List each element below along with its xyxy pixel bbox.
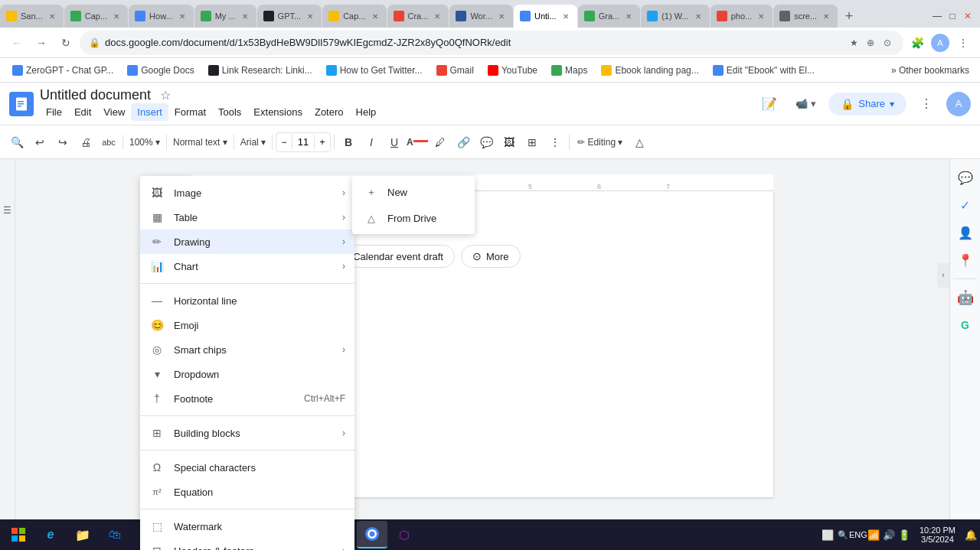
user-avatar[interactable]: A (946, 92, 971, 116)
taskbar-store[interactable]: 🛍 (100, 521, 130, 548)
new-tab-button[interactable]: + (838, 5, 860, 27)
bookmark-googledocs[interactable]: Google Docs (121, 63, 200, 78)
insert-table-item[interactable]: ▦ Table › (140, 205, 354, 229)
print-button[interactable]: 🖨 (75, 132, 96, 153)
url-bar[interactable]: 🔒 docs.google.com/document/d/1x53BydHeBW… (80, 31, 903, 55)
bold-button[interactable]: B (338, 132, 359, 153)
browser-tab-7[interactable]: Cra... ✕ (387, 5, 449, 28)
browser-tab-12[interactable]: pho... ✕ (710, 5, 773, 28)
menu-file[interactable]: File (40, 103, 68, 121)
start-button[interactable] (3, 521, 34, 548)
insert-footnote-item[interactable]: † Footnote Ctrl+Alt+F (140, 386, 354, 411)
insert-watermark-item[interactable]: ⬚ Watermark (140, 514, 354, 539)
menu-view[interactable]: View (97, 103, 131, 121)
bookmark-ebook[interactable]: Ebook landing pag... (595, 63, 704, 78)
browser-tab-10[interactable]: Gra... ✕ (578, 5, 641, 28)
robot-sidebar-button[interactable]: 🤖 (953, 285, 978, 310)
bookmark-zerogpt[interactable]: ZeroGPT - Chat GP... (6, 63, 119, 78)
more-options-button[interactable]: ⋮ (913, 90, 940, 118)
menu-extensions[interactable]: Extensions (247, 103, 309, 121)
browser-tab-5[interactable]: GPT... ✕ (257, 5, 322, 28)
insert-drawing-item[interactable]: ✏ Drawing › (140, 229, 354, 254)
collapse-toolbar-button[interactable]: △ (629, 132, 650, 153)
extensions-button[interactable]: 🧩 (906, 32, 928, 54)
menu-edit[interactable]: Edit (68, 103, 97, 121)
minimize-button[interactable]: — (931, 10, 943, 22)
search-toolbar-button[interactable]: 🔍 (6, 132, 28, 153)
tab-close-2[interactable]: ✕ (111, 11, 122, 21)
editing-mode-button[interactable]: ✏ Editing ▾ (573, 132, 627, 153)
menu-tools[interactable]: Tools (212, 103, 247, 121)
share-button[interactable]: 🔒 Share ▾ (828, 93, 906, 116)
collapse-sidebar-button[interactable]: › (937, 263, 949, 288)
drawing-new-item[interactable]: + New (352, 179, 475, 205)
insert-headers-footers-item[interactable]: ⊟ Headers & footers › (140, 539, 354, 550)
tab-close-7[interactable]: ✕ (432, 11, 443, 21)
browser-tab-4[interactable]: My ... ✕ (194, 5, 256, 28)
browser-tab-9[interactable]: Unti... ✕ (514, 5, 577, 28)
tab-close-9[interactable]: ✕ (560, 11, 571, 21)
taskbar-battery[interactable]: 🔋 (898, 529, 910, 541)
bookmark-linkresearch[interactable]: Link Research: Linki... (202, 63, 318, 78)
browser-tab-1[interactable]: San... ✕ (0, 5, 64, 28)
more-toolbar-button[interactable]: ⋮ (544, 132, 566, 153)
menu-help[interactable]: Help (350, 103, 383, 121)
font-size-increase[interactable]: + (315, 133, 330, 151)
insert-equation-item[interactable]: π² Equation (140, 480, 354, 504)
insert-chart-item[interactable]: 📊 Chart › (140, 254, 354, 278)
undo-button[interactable]: ↩ (29, 132, 51, 153)
docs-star-button[interactable]: ☆ (160, 88, 171, 103)
font-size-value[interactable]: 11 (292, 135, 315, 149)
maximize-button[interactable]: □ (946, 10, 959, 22)
comments-sidebar-button[interactable]: 💬 (953, 165, 978, 190)
taskbar-language[interactable]: ENG (852, 529, 864, 541)
back-button[interactable]: ← (6, 32, 28, 54)
taskbar-notifications[interactable]: 🔔 (965, 529, 977, 541)
zoom-icon[interactable]: ⊙ (880, 36, 894, 50)
browser-tab-11[interactable]: (1) W... ✕ (641, 5, 709, 28)
docs-title[interactable]: Untitled document (40, 87, 151, 103)
taskbar-chrome[interactable] (357, 521, 387, 548)
last-edit-button[interactable]: 📝 (756, 90, 783, 118)
tab-close-8[interactable]: ✕ (496, 11, 507, 21)
forward-button[interactable]: → (31, 32, 52, 54)
menu-format[interactable]: Format (168, 103, 212, 121)
menu-insert[interactable]: Insert (131, 103, 168, 121)
browser-tab-3[interactable]: How... ✕ (129, 5, 194, 28)
image-toolbar-button[interactable]: 🖼 (498, 132, 520, 153)
taskbar-explorer[interactable]: 📁 (67, 521, 98, 548)
font-dropdown[interactable]: Arial ▾ (237, 132, 269, 153)
browser-tab-8[interactable]: Wor... ✕ (449, 5, 513, 28)
more-chip[interactable]: ⊙ More (461, 245, 521, 268)
tab-close-13[interactable]: ✕ (821, 11, 831, 21)
bookmark-edit-ebook[interactable]: Edit "Ebook" with El... (707, 63, 821, 78)
browser-tab-13[interactable]: scre... ✕ (773, 5, 838, 28)
bookmark-star-icon[interactable]: ★ (847, 36, 861, 50)
format-options-button[interactable]: ⊞ (521, 132, 543, 153)
styles-dropdown[interactable]: Normal text ▾ (170, 132, 230, 153)
insert-image-item[interactable]: 🖼 Image › (140, 181, 354, 205)
taskbar-other[interactable]: ⬡ (389, 521, 420, 548)
reload-button[interactable]: ↻ (55, 32, 77, 54)
spell-check-button[interactable]: abc (98, 132, 119, 153)
contacts-sidebar-button[interactable]: 👤 (953, 220, 978, 245)
taskbar-show-desktop[interactable]: ⬜ (822, 529, 834, 541)
italic-button[interactable]: I (361, 132, 382, 153)
comment-button[interactable]: 💬 (475, 132, 497, 153)
menu-button[interactable]: ⋮ (952, 32, 974, 54)
insert-hline-item[interactable]: — Horizontal line (140, 288, 354, 313)
link-button[interactable]: 🔗 (452, 132, 474, 153)
tab-close-4[interactable]: ✕ (240, 11, 250, 21)
highlight-color-button[interactable]: 🖊 (430, 132, 451, 153)
bookmarks-more-button[interactable]: » Other bookmarks (887, 63, 974, 78)
tab-close-11[interactable]: ✕ (693, 11, 704, 21)
font-size-decrease[interactable]: − (276, 133, 292, 151)
menu-zotero[interactable]: Zotero (309, 103, 350, 121)
insert-dropdown-item[interactable]: ▾ Dropdown (140, 362, 354, 386)
tab-close-10[interactable]: ✕ (623, 11, 634, 21)
drawing-from-drive-item[interactable]: △ From Drive (352, 205, 475, 231)
extension-icon[interactable]: ⊕ (864, 36, 877, 50)
browser-tab-2[interactable]: Cap... ✕ (64, 5, 128, 28)
taskbar-ie[interactable]: e (35, 521, 66, 548)
insert-building-blocks-item[interactable]: ⊞ Building blocks › (140, 421, 354, 445)
